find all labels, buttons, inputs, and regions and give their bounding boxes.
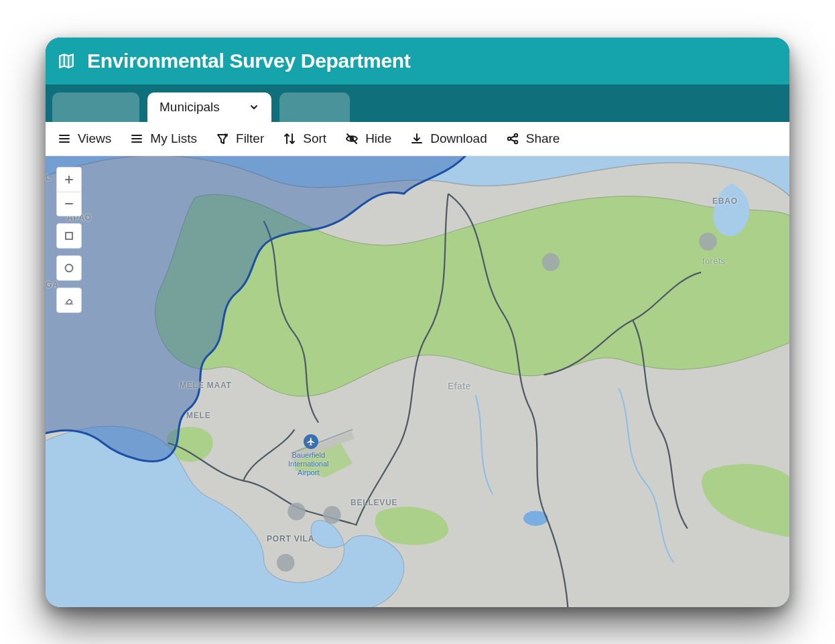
map-label-bellevue: BELLEVUE [350,498,397,507]
filter-icon [216,132,229,145]
download-button[interactable]: Download [410,131,487,146]
map-label-airport: Bauerfield International Airport [288,451,329,478]
draw-circle-group [56,255,82,281]
map-label-l: L [46,173,51,182]
svg-point-7 [699,233,717,251]
map-label-mele-maat: MELE MAAT [180,381,232,390]
map-canvas[interactable]: L APAO GA MELE MAAT MELE BELLEVUE PORT V… [46,156,789,607]
hide-button[interactable]: Hide [345,131,391,146]
draw-circle-button[interactable] [57,256,81,280]
views-label: Views [78,131,111,146]
map-label-ebao: EBAO [712,196,738,206]
map-controls [56,167,82,313]
sort-button[interactable]: Sort [283,131,326,146]
filter-label: Filter [236,131,264,146]
tab-placeholder-left[interactable] [52,92,139,122]
share-label: Share [526,131,560,146]
mylists-label: My Lists [150,131,197,146]
share-button[interactable]: Share [506,131,560,146]
map-label-mele: MELE [186,411,211,420]
map-svg [46,156,789,607]
zoom-control-group [56,167,82,216]
list-icon [130,132,143,145]
map-logo-icon [58,52,75,70]
views-button[interactable]: Views [58,131,111,146]
zoom-out-button[interactable] [57,192,81,216]
draw-rectangle-button[interactable] [57,224,81,248]
erase-button[interactable] [57,288,81,312]
app-frame: Environmental Survey Department Municipa… [46,38,789,607]
sort-icon [283,132,296,145]
share-icon [506,132,519,145]
draw-rect-group [56,223,82,249]
download-icon [410,132,424,145]
app-header: Environmental Survey Department [46,38,789,84]
svg-point-9 [287,502,306,520]
sort-label: Sort [303,131,326,146]
tab-bar: Municipals [46,84,789,122]
chevron-down-icon [249,102,259,113]
download-label: Download [430,131,487,146]
map-label-efate: Efate [448,381,470,391]
svg-point-12 [66,264,73,271]
tab-label: Municipals [159,100,220,115]
app-title: Environmental Survey Department [87,50,411,72]
hide-label: Hide [365,131,391,146]
zoom-in-button[interactable] [57,168,81,192]
toolbar: Views My Lists Filter Sort Hide [46,122,789,156]
erase-group [56,287,82,313]
mylists-button[interactable]: My Lists [130,131,197,146]
filter-button[interactable]: Filter [216,131,264,146]
svg-rect-11 [66,233,72,239]
map-label-forets: forets [702,257,726,266]
eye-off-icon [345,132,359,145]
tab-placeholder-right[interactable] [279,92,350,122]
svg-point-10 [277,554,295,572]
svg-point-6 [542,253,560,271]
airport-marker-icon [304,434,318,449]
tab-municipals[interactable]: Municipals [147,92,271,122]
list-icon [58,132,71,145]
map-label-port-vila: PORT VILA [267,534,314,543]
svg-point-8 [323,506,341,524]
